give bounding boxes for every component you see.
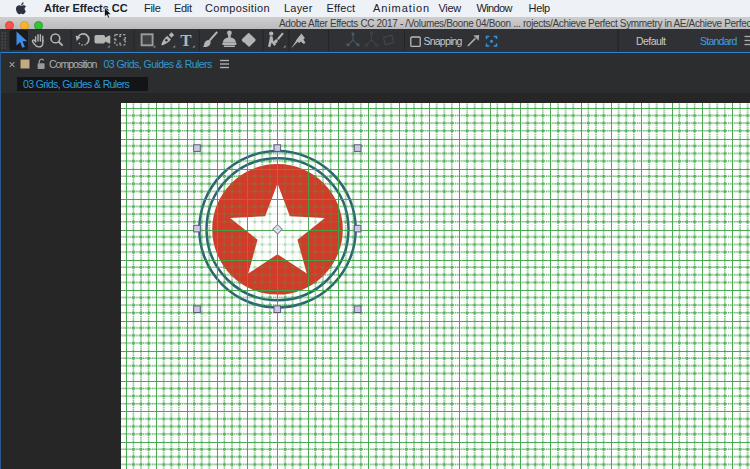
- svg-text:T: T: [180, 31, 192, 50]
